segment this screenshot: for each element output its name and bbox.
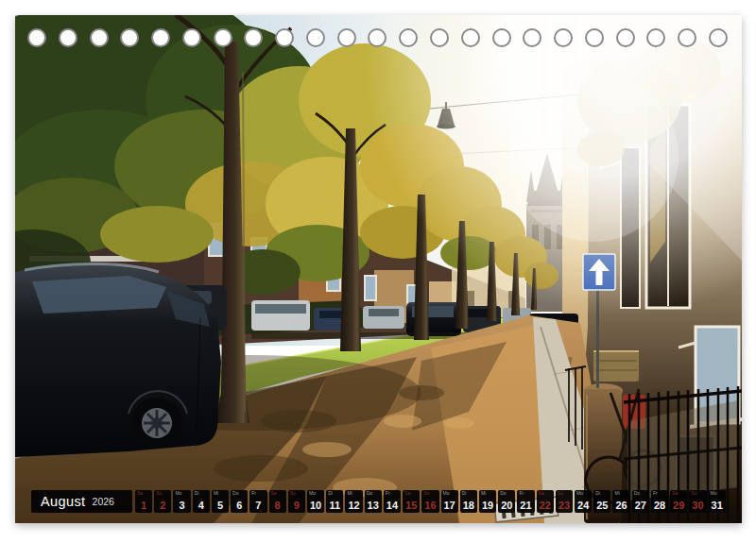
weekday-label: Mo: [309, 491, 316, 496]
weekday-label: Mi: [347, 491, 352, 496]
calendar-day-24: Mo24: [575, 490, 592, 513]
binder-hole: [27, 28, 46, 47]
weekday-label: So: [423, 491, 429, 496]
day-number: 18: [463, 501, 474, 513]
weekday-label: Mo: [576, 491, 583, 496]
day-number: 13: [368, 501, 379, 513]
year-label: 2026: [93, 496, 114, 507]
calendar-day-27: Do27: [632, 490, 649, 513]
day-number: 31: [712, 501, 723, 513]
day-number: 1: [141, 501, 146, 513]
day-number: 12: [348, 501, 359, 513]
day-number: 7: [255, 501, 261, 513]
day-number: 3: [179, 501, 184, 513]
day-number: 23: [558, 501, 570, 513]
weekday-label: Sa: [271, 491, 277, 496]
weekday-label: Do: [367, 491, 372, 496]
weekday-label: Di: [595, 491, 600, 496]
day-number: 19: [482, 501, 493, 513]
calendar-day-4: Di4: [193, 490, 210, 513]
day-number: 17: [443, 501, 455, 513]
calendar-day-1: Sa1: [135, 490, 152, 513]
weekday-label: Sa: [404, 491, 410, 496]
weekday-label: So: [290, 491, 296, 496]
calendar-strip: August 2026 Sa1So2Mo3Di4Mi5Do6Fr7Sa8So9M…: [31, 490, 726, 513]
calendar-day-23: So23: [556, 490, 573, 513]
day-number: 20: [501, 501, 512, 513]
day-number: 10: [310, 501, 321, 513]
weekday-label: Fr: [519, 491, 524, 496]
weekday-label: Mo: [443, 491, 450, 496]
binder-hole: [306, 28, 325, 47]
binder-hole: [461, 28, 480, 47]
calendar-day-7: Fr7: [249, 490, 266, 513]
weekday-label: So: [156, 491, 162, 496]
weekday-label: Di: [328, 491, 333, 496]
day-number: 24: [577, 501, 589, 513]
day-number: 15: [405, 501, 417, 513]
street-scene: [15, 15, 742, 523]
weekday-label: Di: [195, 491, 199, 496]
calendar-day-28: Fr28: [651, 490, 668, 513]
calendar-day-13: Do13: [365, 490, 382, 513]
day-number: 8: [275, 501, 281, 513]
binder-hole: [151, 28, 170, 47]
calendar-day-8: Sa8: [269, 490, 286, 513]
foreground-car: [15, 263, 221, 457]
calendar-day-3: Mo3: [173, 490, 190, 513]
calendar-day-25: Di25: [593, 490, 610, 513]
day-number: 5: [217, 501, 223, 513]
month-block: August 2026: [31, 490, 132, 513]
calendar-day-18: Di18: [460, 490, 477, 513]
binder-hole: [182, 28, 201, 47]
day-number: 29: [673, 501, 684, 513]
weekday-label: Do: [634, 491, 640, 496]
calendar-day-22: Sa22: [537, 490, 554, 513]
weekday-label: Fr: [653, 491, 658, 496]
calendar-day-19: Mi19: [479, 490, 496, 513]
calendar-day-2: So2: [154, 490, 171, 513]
binder-hole: [430, 28, 449, 47]
weekday-label: Mi: [214, 491, 218, 496]
weekday-label: Mi: [481, 491, 486, 496]
day-number: 4: [198, 501, 204, 513]
weekday-label: So: [691, 491, 696, 496]
calendar-day-31: Mo31: [709, 490, 726, 513]
binder-hole: [492, 28, 511, 47]
day-number: 6: [236, 501, 242, 513]
day-number: 16: [424, 501, 436, 513]
weekday-label: Fr: [386, 491, 390, 496]
calendar-day-16: So16: [421, 490, 438, 513]
weekday-label: So: [558, 491, 563, 496]
binder-hole: [554, 28, 573, 47]
binder-hole: [337, 28, 356, 47]
binder-hole: [585, 28, 604, 47]
calendar-day-15: Sa15: [403, 490, 420, 513]
calendar-day-6: Do6: [231, 490, 248, 513]
weekday-label: Di: [462, 491, 467, 496]
weekday-label: Mo: [175, 491, 181, 496]
calendar-days: Sa1So2Mo3Di4Mi5Do6Fr7Sa8So9Mo10Di11Mi12D…: [135, 490, 726, 513]
weekday-label: Sa: [672, 491, 678, 496]
calendar-day-26: Mi26: [612, 490, 629, 513]
weekday-label: Sa: [137, 491, 143, 496]
calendar-day-11: Di11: [326, 490, 343, 513]
calendar-day-29: Sa29: [670, 490, 687, 513]
calendar-day-30: So30: [689, 490, 706, 513]
day-number: 2: [160, 501, 165, 513]
day-number: 28: [654, 501, 665, 513]
calendar-day-10: Mo10: [307, 490, 324, 513]
calendar-day-17: Mo17: [441, 490, 458, 513]
weekday-label: Do: [500, 491, 506, 496]
weekday-label: Mi: [614, 491, 619, 496]
weekday-label: Sa: [539, 491, 544, 496]
weekday-label: Mo: [711, 491, 717, 496]
calendar-day-12: Mi12: [345, 490, 362, 513]
day-number: 30: [692, 501, 703, 513]
binder-hole: [214, 28, 232, 47]
binder-hole: [616, 28, 635, 47]
day-number: 26: [615, 501, 627, 513]
day-number: 11: [329, 501, 340, 513]
calendar-day-5: Mi5: [212, 490, 229, 513]
day-number: 27: [635, 501, 646, 513]
